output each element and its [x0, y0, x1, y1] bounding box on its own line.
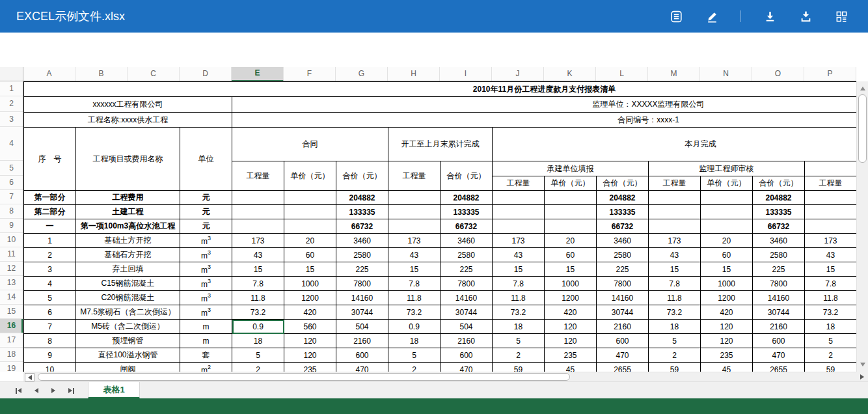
cell-M16[interactable]: 18 [649, 320, 701, 334]
cell-L15[interactable]: 30744 [597, 305, 649, 320]
cell-I12[interactable]: 225 [441, 262, 493, 277]
column-header-F[interactable]: F [284, 67, 336, 81]
row-header-5[interactable]: 5 [0, 161, 23, 176]
header-unit-price[interactable]: 单价（元） [284, 161, 336, 191]
cell-J15[interactable]: 73.2 [493, 305, 545, 320]
cell-A9[interactable]: 一 [24, 219, 76, 234]
column-header-H[interactable]: H [388, 67, 440, 81]
row-header-2[interactable]: 2 [0, 96, 23, 112]
cell-K8[interactable] [545, 205, 597, 219]
cell-B8[interactable]: 土建工程 [76, 205, 180, 219]
cell-J12[interactable]: 15 [493, 262, 545, 277]
cell-J7[interactable] [493, 191, 545, 205]
cell-E12[interactable]: 15 [232, 262, 284, 277]
cell-G9[interactable]: 66732 [336, 219, 388, 234]
cell-K13[interactable]: 1000 [545, 277, 597, 291]
cell-D7[interactable]: 元 [180, 191, 232, 205]
cell-M15[interactable]: 73.2 [649, 305, 701, 320]
cell-H16[interactable]: 0.9 [388, 320, 441, 334]
cell-F11[interactable]: 60 [284, 248, 336, 262]
row-header-16[interactable]: 16 [0, 319, 23, 333]
cell-J10[interactable]: 173 [493, 234, 545, 248]
edit-icon[interactable] [705, 9, 719, 23]
cell-G15[interactable]: 30744 [336, 305, 388, 320]
cell-I7[interactable]: 204882 [441, 191, 493, 205]
cell-D19[interactable]: m2 [180, 363, 232, 372]
cell-F7[interactable] [284, 191, 336, 205]
header-before-month[interactable]: 开工至上月末累计完成 [388, 128, 493, 161]
row-header-12[interactable]: 12 [0, 262, 23, 276]
cell-N9[interactable] [701, 219, 753, 234]
row-header-8[interactable]: 8 [0, 204, 23, 219]
header-unit-price[interactable]: 单价（元） [545, 176, 597, 191]
header-seq[interactable]: 序 号 [24, 128, 76, 191]
cell-H17[interactable]: 18 [388, 334, 441, 348]
cell-G13[interactable]: 7800 [336, 277, 388, 291]
column-header-P[interactable]: P [804, 67, 856, 81]
cell-D9[interactable]: 元 [180, 219, 232, 234]
cell-A8[interactable]: 第二部分 [24, 205, 76, 219]
cell-K15[interactable]: 420 [545, 305, 597, 320]
cell-M19[interactable]: 59 [649, 363, 701, 372]
cell-J18[interactable]: 2 [493, 348, 545, 363]
cell-B14[interactable]: C20钢筋混凝土 [76, 291, 180, 305]
cell-B15[interactable]: M7.5浆砌石（含二次倒运） [76, 305, 180, 320]
cell-L9[interactable]: 66732 [597, 219, 649, 234]
cell-B19[interactable]: 闸阀 [76, 363, 180, 372]
cell-I17[interactable]: 2160 [441, 334, 493, 348]
row-header-15[interactable]: 15 [0, 305, 23, 319]
cell-H9[interactable] [388, 219, 441, 234]
cell-H14[interactable]: 11.8 [388, 291, 441, 305]
cell-I16[interactable]: 504 [441, 320, 493, 334]
previous-sheet-button[interactable] [33, 387, 40, 394]
cell-J17[interactable]: 5 [493, 334, 545, 348]
report-title[interactable]: 2010年11月份工程进度款月支付报表清单 [24, 82, 857, 97]
cell-P14[interactable]: 11.8 [805, 291, 857, 305]
cell-H15[interactable]: 73.2 [388, 305, 441, 320]
cell-D15[interactable]: m3 [180, 305, 232, 320]
cell-E14[interactable]: 11.8 [232, 291, 284, 305]
row-header-1[interactable]: 1 [0, 81, 23, 96]
cell-A7[interactable]: 第一部分 [24, 191, 76, 205]
cell-J11[interactable]: 43 [493, 248, 545, 262]
cell-A18[interactable]: 9 [24, 348, 76, 363]
cell-D10[interactable]: m3 [180, 234, 232, 248]
save-as-icon[interactable] [798, 9, 813, 23]
cell-H7[interactable] [388, 191, 441, 205]
cell-N19[interactable]: 45 [701, 363, 753, 372]
cell-M17[interactable]: 5 [649, 334, 701, 348]
cell-J8[interactable] [493, 205, 545, 219]
cell-L16[interactable]: 2160 [597, 320, 649, 334]
cell-O14[interactable]: 14160 [753, 291, 805, 305]
cell-O18[interactable]: 470 [753, 348, 805, 363]
column-header-E[interactable]: E [232, 67, 284, 81]
cell-M13[interactable]: 7.8 [649, 277, 701, 291]
cell-G7[interactable]: 204882 [336, 191, 388, 205]
cell-D13[interactable]: m3 [180, 277, 232, 291]
row-header-9[interactable]: 9 [0, 219, 23, 233]
cell-I18[interactable]: 600 [441, 348, 493, 363]
cell-A15[interactable]: 6 [24, 305, 76, 320]
cell-L17[interactable]: 600 [597, 334, 649, 348]
cell-A13[interactable]: 4 [24, 277, 76, 291]
cell-A16[interactable]: 7 [24, 320, 76, 334]
header-unit[interactable]: 单位 [180, 128, 232, 191]
cell-L8[interactable]: 133335 [597, 205, 649, 219]
row-header-10[interactable]: 10 [0, 233, 23, 247]
cell-P16[interactable]: 18 [805, 320, 857, 334]
row-header-3[interactable]: 3 [0, 112, 23, 127]
cell-K10[interactable]: 20 [545, 234, 597, 248]
cell-E18[interactable]: 5 [232, 348, 284, 363]
cell-E11[interactable]: 43 [232, 248, 284, 262]
cell-B7[interactable]: 工程费用 [76, 191, 180, 205]
select-all-corner[interactable] [0, 67, 23, 81]
cell-I10[interactable]: 3460 [441, 234, 493, 248]
cell-O12[interactable]: 225 [753, 262, 805, 277]
cell-N11[interactable]: 60 [701, 248, 753, 262]
cell-M12[interactable]: 15 [649, 262, 701, 277]
cell-N13[interactable]: 1000 [701, 277, 753, 291]
cell-L19[interactable]: 2655 [597, 363, 649, 372]
row-header-18[interactable]: 18 [0, 348, 23, 362]
cell-E15[interactable]: 73.2 [232, 305, 284, 320]
cell-A11[interactable]: 2 [24, 248, 76, 262]
